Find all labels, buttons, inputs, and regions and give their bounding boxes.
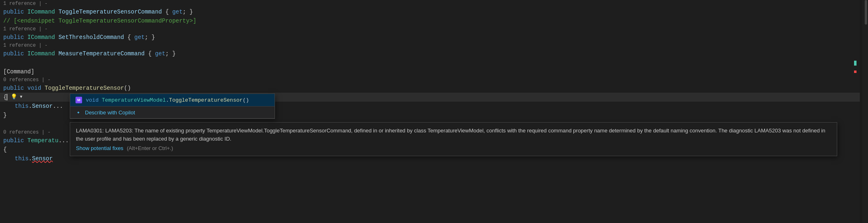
- minimap-indicator: [860, 0, 862, 223]
- code-line-attribute: [Command]: [0, 67, 868, 76]
- indent-2: [3, 154, 15, 163]
- kw-this-2: this: [15, 154, 29, 163]
- semicolon: ; }: [183, 7, 193, 16]
- sensor-ref-1: Sensor: [32, 102, 53, 111]
- kw-public: public: [3, 7, 27, 16]
- indent-1: [3, 102, 15, 111]
- brace-2: {: [127, 33, 134, 42]
- suggestion-row[interactable]: M void TemperatureViewModel.ToggleTemper…: [70, 94, 275, 107]
- meta-line-2: 1 reference | -: [0, 25, 868, 33]
- method-icon-box: M: [76, 97, 82, 103]
- brace-open-2: {: [3, 145, 7, 154]
- shortcut-hint: (Alt+Enter or Ctrl+.): [127, 145, 173, 151]
- scrollbar-track[interactable]: [862, 0, 868, 223]
- meta-text-5: 0 references | -: [3, 129, 50, 136]
- method-suggestion-icon: M: [75, 96, 82, 104]
- kw-get-3: get: [155, 49, 165, 58]
- meta-text-1: 1 reference | -: [3, 0, 48, 7]
- meta-line-3: 1 reference | -: [0, 42, 868, 49]
- blank-line-1: [0, 58, 868, 67]
- diagnostic-box: LAMA0301: LAMA5203: The name of existing…: [70, 122, 837, 156]
- minimap-highlight-teal: [854, 61, 857, 66]
- temp-viewmodel-type: TemperatureViewModel: [102, 97, 166, 103]
- meta-text-4: 0 references | -: [3, 76, 50, 84]
- meta-text-2: 1 reference | -: [3, 25, 48, 33]
- prop-measure: MeasureTemperatureCommand: [58, 49, 148, 58]
- kw-public-3: public: [3, 49, 27, 58]
- type-icommand: ICommand: [27, 7, 59, 16]
- suggestion-text: void TemperatureViewModel.ToggleTemperat…: [86, 97, 249, 103]
- meta-line-1: 1 reference | -: [0, 0, 868, 7]
- kw-this: this: [15, 102, 29, 111]
- prop-setthreshold: SetThresholdCommand: [58, 33, 127, 42]
- code-line-toggle-method: public void ToggleTemperatureSensor(): [0, 84, 868, 93]
- void-kw: void: [86, 97, 102, 103]
- diagnostic-text: LAMA0301: LAMA5203: The name of existing…: [76, 127, 831, 143]
- comment-endsnippet: // [<endsnippet ToggleTemperatureSensorC…: [3, 16, 196, 25]
- kw-get: get: [172, 7, 183, 16]
- dot-2: .: [29, 154, 32, 163]
- sensor-ref-2: Sensor: [32, 154, 53, 163]
- code-line-toggle-command: public ICommand ToggleTemperatureSensorC…: [0, 7, 868, 16]
- kw-get-2: get: [134, 33, 144, 42]
- brace-method-close: }: [3, 111, 7, 120]
- ellipsis-2: ...: [58, 136, 69, 145]
- parens: (): [124, 84, 131, 93]
- meta-line-4: 0 references | -: [0, 76, 868, 84]
- suggestion-popup: M void TemperatureViewModel.ToggleTemper…: [70, 93, 275, 119]
- text-cursor: [7, 94, 7, 100]
- scrollbar-thumb[interactable]: [865, 0, 867, 25]
- copilot-label: Describe with Copilot: [85, 109, 135, 116]
- dot-suggestion: .: [166, 97, 169, 103]
- parens-suggestion: (): [243, 97, 249, 103]
- type-icommand-3: ICommand: [27, 49, 59, 58]
- brace-open: {: [165, 7, 172, 16]
- lightbulb-dropdown-icon[interactable]: ▼: [18, 93, 24, 101]
- ellipsis-1: ...: [53, 102, 63, 111]
- brace-3: {: [148, 49, 155, 58]
- copilot-row[interactable]: ✦ Describe with Copilot: [70, 107, 275, 118]
- brace-method-open: {: [3, 93, 7, 102]
- code-editor: 1 reference | - public ICommand ToggleTe…: [0, 0, 868, 223]
- code-line-setthreshold: public ICommand SetThresholdCommand { ge…: [0, 33, 868, 42]
- code-line-comment: // [<endsnippet ToggleTemperatureSensorC…: [0, 16, 868, 25]
- copilot-icon: ✦: [75, 109, 82, 116]
- minimap-highlight-red: [854, 71, 857, 73]
- prop-toggle-command: ToggleTemperatureSensorCommand: [58, 7, 165, 16]
- kw-public-4: public: [3, 84, 27, 93]
- semi-3: ; }: [165, 49, 176, 58]
- semi-2: ; }: [145, 33, 155, 42]
- kw-void: void: [27, 84, 45, 93]
- diagnostic-link-row: Show potential fixes (Alt+Enter or Ctrl+…: [76, 145, 831, 152]
- meta-text-3: 1 reference | -: [3, 42, 48, 49]
- dot-1: .: [29, 102, 32, 111]
- kw-public-2: public: [3, 33, 27, 42]
- shortcut-text: (Alt+Enter or Ctrl+.): [127, 145, 173, 151]
- kw-public-5: public: [3, 136, 27, 145]
- type-temperatu: Temperatu: [27, 136, 59, 145]
- lightbulb-icon[interactable]: 💡: [10, 93, 18, 101]
- type-icommand-2: ICommand: [27, 33, 59, 42]
- show-fixes-link[interactable]: Show potential fixes: [76, 145, 124, 151]
- toggle-method-suggestion: ToggleTemperatureSensor: [169, 97, 243, 103]
- code-line-measure: public ICommand MeasureTemperatureComman…: [0, 49, 868, 58]
- lightbulb-container[interactable]: 💡 ▼: [9, 93, 24, 101]
- method-toggle: ToggleTemperatureSensor: [45, 84, 124, 93]
- attribute-command: [Command]: [3, 67, 34, 76]
